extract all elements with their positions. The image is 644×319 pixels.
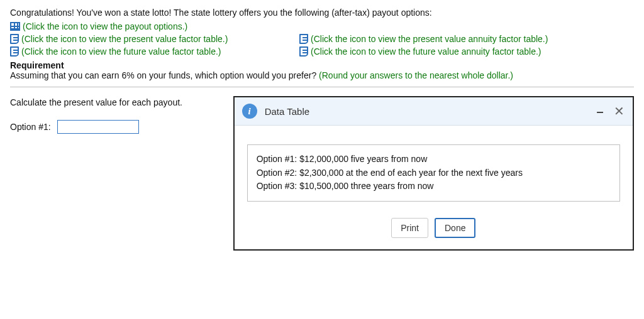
requirement-hint: (Round your answers to the nearest whole… (319, 70, 513, 80)
data-row: Option #2: $2,300,000 at the end of each… (257, 166, 611, 180)
data-row: Option #3: $10,500,000 three years from … (257, 180, 611, 193)
calc-prompt: Calculate the present value for each pay… (10, 97, 233, 107)
intro-text: Congratulations! You've won a state lott… (10, 8, 634, 18)
link-pv-factor[interactable]: (Click the icon to view the present valu… (21, 34, 228, 44)
link-payout-options[interactable]: (Click the icon to view the payout optio… (23, 21, 187, 31)
sheet-icon[interactable] (299, 46, 308, 57)
info-icon: i (242, 104, 257, 119)
sheet-icon[interactable] (10, 46, 19, 57)
print-button[interactable]: Print (391, 218, 428, 238)
sheet-icon[interactable] (299, 34, 308, 44)
link-fv-annuity[interactable]: (Click the icon to view the future value… (311, 46, 541, 57)
close-icon[interactable]: ✕ (613, 105, 625, 117)
option1-label: Option #1: (10, 122, 51, 132)
link-pv-annuity[interactable]: (Click the icon to view the present valu… (311, 34, 548, 44)
done-button[interactable]: Done (435, 218, 475, 238)
divider (10, 87, 634, 87)
data-row: Option #1: $12,000,000 five years from n… (257, 153, 611, 166)
requirement-label: Requirement (10, 60, 634, 70)
link-fv-factor[interactable]: (Click the icon to view the future value… (21, 46, 221, 57)
requirement-text: Assuming that you can earn 6% on your fu… (10, 70, 319, 80)
sheet-icon[interactable] (10, 34, 19, 44)
data-table-modal: i Data Table – ✕ Option #1: $12,000,000 … (233, 96, 634, 251)
minimize-icon[interactable]: – (594, 105, 606, 117)
grid-icon[interactable] (10, 22, 20, 31)
option1-input[interactable] (57, 120, 139, 134)
modal-title: Data Table (265, 106, 309, 117)
data-box: Option #1: $12,000,000 five years from n… (247, 144, 620, 202)
